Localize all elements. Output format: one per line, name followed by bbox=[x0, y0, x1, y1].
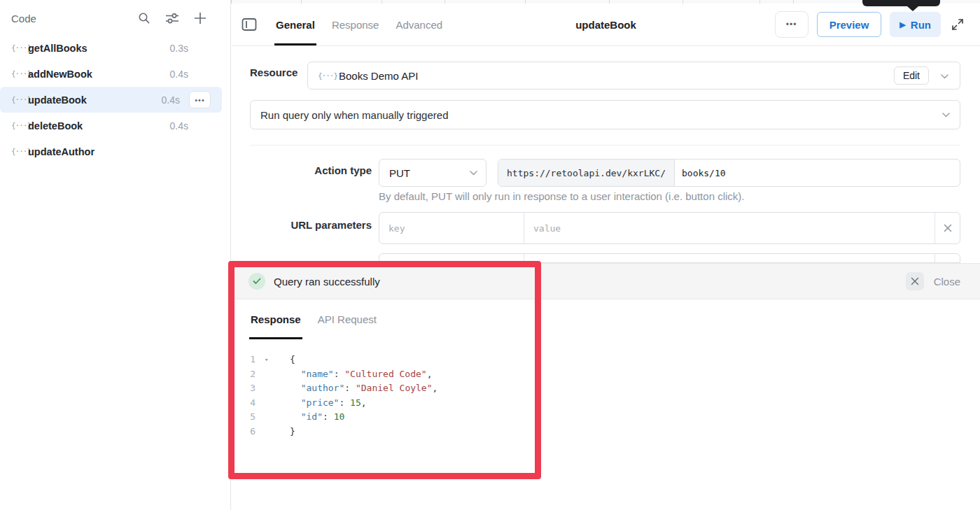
query-item-updateauthor[interactable]: {···} updateAuthor bbox=[0, 139, 222, 164]
results-tabs: Response API Request bbox=[249, 299, 378, 339]
url-base-prefix: https://retoolapi.dev/kxrLKC/ bbox=[498, 160, 675, 186]
run-button[interactable]: ▶ Run bbox=[890, 12, 941, 37]
action-type-value: PUT bbox=[389, 167, 410, 179]
param-key-cell bbox=[379, 213, 524, 243]
tooltip-remnant bbox=[862, 0, 940, 6]
query-item-addnewbook[interactable]: {···} addNewBook 0.4s bbox=[0, 61, 222, 87]
play-icon: ▶ bbox=[899, 20, 905, 29]
resource-select[interactable]: {···} Books Demo API Edit bbox=[307, 62, 960, 90]
query-status-bar: Query ran successfully Close bbox=[232, 263, 980, 299]
close-button[interactable]: Close bbox=[934, 276, 960, 288]
query-status-text: Query ran successfully bbox=[274, 276, 380, 288]
active-tab-underline bbox=[274, 43, 316, 45]
query-runtime: 0.4s bbox=[162, 94, 180, 106]
chevron-down-icon bbox=[942, 113, 950, 118]
run-label: Run bbox=[911, 19, 931, 31]
active-tab-underline bbox=[249, 337, 302, 339]
url-parameter-row bbox=[379, 212, 960, 244]
url-input-group: https://retoolapi.dev/kxrLKC/ books/10 bbox=[498, 159, 960, 187]
param-key-input[interactable] bbox=[379, 213, 524, 243]
tooltip-caret-icon bbox=[907, 6, 918, 11]
resource-label: Resource bbox=[250, 66, 298, 78]
query-list: {···} getAllBooks 0.3s {···} addNewBook … bbox=[0, 35, 230, 164]
url-parameters-label: URL parameters bbox=[250, 219, 372, 231]
editor-tabs: General Response Advanced bbox=[274, 3, 444, 45]
query-runtime: 0.3s bbox=[170, 43, 188, 54]
tab-label: API Request bbox=[318, 313, 377, 325]
query-icon: {···} bbox=[11, 43, 28, 52]
edit-resource-button[interactable]: Edit bbox=[894, 66, 929, 85]
code-line: 4 "price": 15, bbox=[232, 396, 980, 411]
add-query-icon[interactable] bbox=[193, 11, 207, 25]
query-label: addNewBook bbox=[28, 69, 92, 80]
chevron-down-icon bbox=[470, 171, 477, 176]
x-icon bbox=[944, 224, 952, 232]
code-line: 6} bbox=[232, 425, 980, 439]
query-runtime: 0.4s bbox=[170, 69, 188, 80]
query-label: updateAuthor bbox=[28, 146, 94, 157]
query-more-button[interactable]: ••• bbox=[189, 91, 211, 108]
tab-advanced[interactable]: Advanced bbox=[394, 3, 444, 45]
filter-sliders-icon[interactable] bbox=[165, 11, 179, 25]
close-controls: Close bbox=[906, 272, 960, 290]
query-icon: {···} bbox=[11, 147, 28, 156]
code-sidebar: Code {···} getAllBooks 0.3s {···} addNew… bbox=[0, 0, 231, 510]
query-results-panel: Query ran successfully Close Response AP… bbox=[232, 263, 980, 510]
fold-toggle-icon[interactable]: ▾ bbox=[255, 353, 290, 367]
code-line: 3 "author": "Daniel Coyle", bbox=[232, 381, 980, 396]
retool-query-editor: { "colors": { "accent_blue": "#2273cc", … bbox=[0, 0, 980, 510]
panel-toggle-icon[interactable] bbox=[241, 16, 258, 33]
code-line: 2 "name": "Cultured Code", bbox=[232, 367, 980, 382]
code-line: 5 "id": 10 bbox=[232, 410, 980, 425]
response-json-viewer[interactable]: 1▾{ 2 "name": "Cultured Code", 3 "author… bbox=[232, 353, 980, 439]
tab-general[interactable]: General bbox=[274, 3, 316, 45]
tab-label: Response bbox=[251, 313, 301, 325]
tab-response[interactable]: Response bbox=[330, 3, 381, 45]
param-value-cell bbox=[524, 213, 934, 243]
code-line: 1▾{ bbox=[232, 353, 980, 367]
remove-param-button[interactable] bbox=[934, 213, 960, 243]
tab-label: General bbox=[276, 19, 315, 31]
url-parameter-row-partial bbox=[379, 253, 960, 263]
run-trigger-value: Run query only when manually triggered bbox=[260, 109, 448, 121]
query-item-updatebook[interactable]: {···} updateBook 0.4s ••• bbox=[0, 87, 222, 113]
expand-icon[interactable] bbox=[949, 16, 966, 33]
action-type-label: Action type bbox=[250, 164, 372, 176]
preview-button[interactable]: Preview bbox=[817, 12, 882, 37]
query-icon: {···} bbox=[11, 121, 28, 130]
header-actions: ••• Preview ▶ Run bbox=[775, 11, 966, 38]
tab-label: Advanced bbox=[396, 19, 442, 31]
section-divider bbox=[250, 145, 960, 146]
query-icon: {···} bbox=[11, 95, 28, 104]
tab-results-response[interactable]: Response bbox=[249, 299, 302, 339]
query-item-getallbooks[interactable]: {···} getAllBooks 0.3s bbox=[0, 35, 222, 61]
more-options-button[interactable]: ••• bbox=[775, 11, 808, 38]
query-label: getAllBooks bbox=[28, 43, 88, 54]
query-runtime: 0.4s bbox=[170, 120, 188, 132]
close-icon[interactable] bbox=[906, 272, 924, 290]
sidebar-title: Code bbox=[11, 13, 123, 24]
query-item-deletebook[interactable]: {···} deleteBook 0.4s bbox=[0, 113, 222, 139]
run-trigger-select[interactable]: Run query only when manually triggered bbox=[250, 100, 960, 129]
query-form: Resource {···} Books Demo API Edit Run q… bbox=[232, 46, 980, 263]
resource-icon: {···} bbox=[318, 71, 335, 80]
action-help-text: By default, PUT will only run in respons… bbox=[379, 190, 744, 202]
tab-label: Response bbox=[332, 19, 379, 31]
sidebar-header: Code bbox=[0, 3, 230, 33]
query-editor-header: General Response Advanced updateBook •••… bbox=[232, 3, 980, 46]
param-value-input[interactable] bbox=[524, 213, 934, 243]
action-type-select[interactable]: PUT bbox=[379, 159, 486, 187]
url-path-input[interactable]: books/10 bbox=[675, 160, 960, 186]
chevron-down-icon[interactable] bbox=[941, 74, 948, 79]
query-label: deleteBook bbox=[28, 120, 83, 132]
success-check-icon bbox=[248, 273, 265, 290]
query-label: updateBook bbox=[28, 94, 87, 106]
query-icon: {···} bbox=[11, 69, 28, 78]
resource-value: Books Demo API bbox=[339, 70, 418, 82]
search-icon[interactable] bbox=[137, 11, 151, 25]
tab-results-api-request[interactable]: API Request bbox=[316, 299, 378, 339]
